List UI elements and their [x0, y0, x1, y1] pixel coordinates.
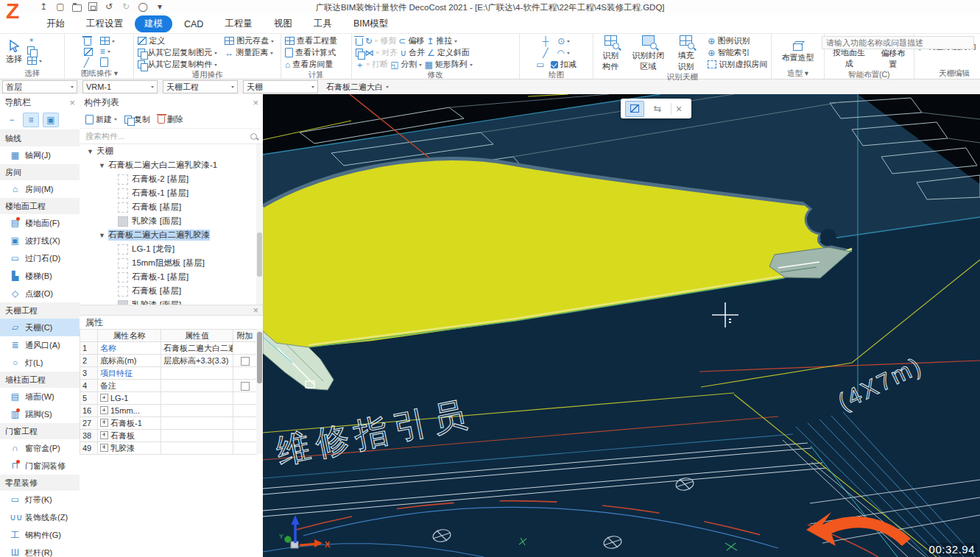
expand-icon[interactable]: [100, 431, 108, 439]
tree-root-ceiling[interactable]: ▼天棚: [80, 144, 263, 158]
break-button[interactable]: ▫ 打断: [367, 59, 388, 70]
sidebar-item-door-window-decor[interactable]: ⊓门窗洞装修: [0, 457, 80, 475]
push-pull-button[interactable]: ↥推拉: [426, 35, 457, 46]
sidebar-item-decor-line[interactable]: ∪∪装饰线条(Z): [0, 508, 80, 526]
open-file-icon[interactable]: [72, 4, 82, 12]
measure-distance-button[interactable]: ↔测量距离: [225, 47, 274, 58]
panel-view-icon[interactable]: ▣: [43, 113, 59, 127]
define-button[interactable]: 定义: [138, 35, 217, 46]
sidebar-item-skirting[interactable]: ▥踢脚(S): [0, 405, 80, 423]
table-row[interactable]: 38石膏板: [80, 430, 257, 442]
table-row[interactable]: 1名称石膏板二遍大白二遍...: [80, 342, 257, 355]
fill-recognize-button[interactable]: 填充识别: [673, 35, 699, 72]
element-save-button[interactable]: 图元存盘: [225, 35, 274, 46]
copy-elements-button[interactable]: 从其它层复制图元: [138, 47, 217, 58]
virtual-room-button[interactable]: 识别虚拟房间: [708, 59, 767, 70]
copy-element-icon[interactable]: [356, 49, 363, 57]
sheet-icon[interactable]: [100, 57, 108, 67]
expand-icon[interactable]: [100, 444, 108, 452]
edit-mode-button[interactable]: [625, 101, 644, 117]
sidebar-item-steel[interactable]: 工钢构件(G): [0, 526, 80, 544]
expand-icon[interactable]: [100, 394, 108, 402]
select-tool-icon[interactable]: ◯: [138, 1, 148, 12]
table-row[interactable]: 2底标高(m)层底标高+3.3(3.3): [80, 355, 257, 367]
view-quantity-button[interactable]: 查看工程量: [285, 35, 337, 46]
sidebar-item-wall[interactable]: ▤墙面(W): [0, 388, 80, 405]
select-button[interactable]: 选择: [4, 35, 24, 68]
point-icon[interactable]: ┼: [543, 37, 549, 46]
region-select[interactable]: VRM-1: [82, 80, 158, 93]
sidebar-item-floor[interactable]: ▤楼地面(F): [0, 214, 80, 232]
publish-icon[interactable]: ↥: [38, 1, 49, 12]
close-icon[interactable]: ×: [253, 98, 258, 107]
sidebar-item-light[interactable]: ○灯(L): [0, 354, 80, 372]
properties-scrollbar[interactable]: [256, 329, 263, 454]
floor-select[interactable]: 首层: [2, 80, 77, 93]
scroll-thumb[interactable]: [257, 332, 262, 383]
delete-component-button[interactable]: 删除: [158, 114, 183, 125]
close-icon[interactable]: ×: [676, 104, 682, 114]
undo-icon[interactable]: ↺: [104, 1, 114, 12]
draw-line-icon[interactable]: ╱: [543, 49, 548, 57]
tab-quantity[interactable]: 工程量: [215, 15, 262, 32]
view-room-button[interactable]: ⌂查看房间量: [285, 59, 337, 70]
sidebar-item-axis-grid[interactable]: ▦轴网(J): [0, 146, 80, 164]
delete-drawing-icon[interactable]: [84, 38, 91, 46]
tree-group-2-selected[interactable]: ▼石膏板二遍大白二遍乳胶漆: [80, 228, 263, 242]
category-select[interactable]: 天棚工程: [163, 80, 238, 93]
tree-item[interactable]: 石膏板-1 [基层]: [80, 186, 263, 200]
move-icon[interactable]: ＋: [356, 60, 364, 69]
type-select[interactable]: 天棚: [243, 80, 318, 93]
sidebar-item-railing[interactable]: Ш栏杆(R): [0, 544, 80, 557]
merge-button[interactable]: ∪合并: [400, 47, 425, 58]
delete-icon[interactable]: [356, 38, 363, 46]
rectangle-icon[interactable]: ▭: [536, 60, 544, 69]
table-row[interactable]: 5LG-1: [80, 392, 257, 405]
picker-icon[interactable]: ＊: [27, 37, 42, 46]
new-component-button[interactable]: 新建: [85, 114, 117, 125]
rect-array-button[interactable]: ▦矩形阵列: [424, 59, 472, 70]
tree-item[interactable]: 石膏板 [基层]: [80, 200, 263, 214]
close-icon[interactable]: ×: [253, 305, 258, 315]
mirror-icon[interactable]: ⋈: [365, 49, 374, 57]
sidebar-item-light-belt[interactable]: ▭灯带(K): [0, 491, 80, 508]
component-search[interactable]: 搜索构件...: [80, 128, 263, 144]
sidebar-item-ceiling[interactable]: ▱天棚(C): [0, 319, 80, 336]
copy-components-button[interactable]: 从其它层复制构件: [138, 59, 217, 70]
close-icon[interactable]: ×: [69, 98, 75, 107]
table-row[interactable]: 1615mm...: [80, 405, 257, 417]
attach-checkbox[interactable]: [241, 382, 250, 391]
recognize-region-button[interactable]: 识别封闭区域: [630, 35, 667, 72]
table-row[interactable]: 27石膏板-1: [80, 417, 257, 430]
tree-item[interactable]: 石膏板 [基层]: [80, 284, 263, 298]
copy-component-button[interactable]: 复制: [124, 114, 150, 125]
measure-icon[interactable]: [84, 48, 93, 56]
sidebar-item-wave-line[interactable]: ▣波打线(X): [0, 232, 80, 249]
tab-project-settings[interactable]: 工程设置: [77, 15, 133, 32]
grid-tools-button[interactable]: [100, 37, 115, 45]
deduct-checkbox[interactable]: 扣减: [551, 59, 577, 70]
new-file-icon[interactable]: ▢: [55, 1, 66, 12]
save-icon[interactable]: [88, 2, 97, 11]
tree-scrollbar[interactable]: [256, 144, 263, 305]
circle-button[interactable]: ⊙: [557, 37, 570, 46]
expand-icon[interactable]: [100, 406, 108, 414]
tree-item[interactable]: 石膏板-1 [基层]: [80, 270, 263, 284]
layout-shape-button[interactable]: 布置造型: [780, 35, 817, 68]
paste-icon[interactable]: [27, 46, 35, 54]
collapse-icon[interactable]: −: [4, 113, 19, 127]
sidebar-item-stair[interactable]: ▙楼梯(B): [0, 267, 80, 285]
sidebar-item-decoration[interactable]: ◇点缀(O): [0, 285, 80, 302]
offset-button[interactable]: ⊂偏移: [398, 35, 424, 46]
scroll-thumb[interactable]: [257, 233, 262, 277]
align-button[interactable]: ▫ 对齐: [376, 47, 398, 58]
recognize-component-button[interactable]: 识别构件: [597, 35, 624, 72]
trim-button[interactable]: ▫ 修剪: [375, 35, 396, 46]
split-button[interactable]: ◱分割: [390, 59, 422, 70]
tree-item-clipped[interactable]: 乳胶漆 [面层]: [80, 298, 263, 305]
smart-index-button[interactable]: ⊕智能索引: [708, 47, 767, 58]
viewport-canvas[interactable]: 维修指引员 (4X7m) X Y: [263, 94, 980, 557]
legend-recognize-button[interactable]: ⊕图例识别: [708, 35, 767, 46]
sidebar-item-room[interactable]: ⌂房间(M): [0, 180, 80, 198]
tab-tools[interactable]: 工具: [304, 15, 342, 32]
